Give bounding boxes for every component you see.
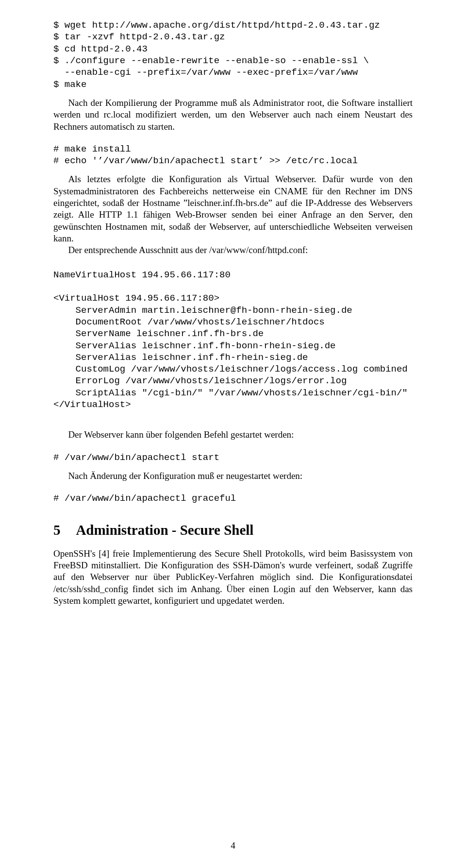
paragraph-openssh: OpenSSH's [4] freie Implementierung des …	[53, 548, 413, 607]
section-number: 5	[53, 521, 76, 539]
code-block-wget: $ wget http://www.apache.org/dist/httpd/…	[53, 19, 413, 90]
page-number: 4	[0, 840, 466, 851]
paragraph-compile: Nach der Kompilierung der Programme muß …	[53, 97, 413, 133]
page: $ wget http://www.apache.org/dist/httpd/…	[0, 0, 466, 868]
code-block-apachectl-graceful: # /var/www/bin/apachectl graceful	[53, 493, 413, 504]
code-block-apachectl-start: # /var/www/bin/apachectl start	[53, 452, 413, 463]
code-block-make-install: # make install # echo '’/var/www/bin/apa…	[53, 143, 413, 167]
paragraph-restart: Nach Änderung der Konfiguration muß er n…	[53, 470, 413, 482]
paragraph-virtualhost-intro: Als letztes erfolgte die Konfiguration a…	[53, 173, 413, 244]
code-block-virtualhost: NameVirtualHost 194.95.66.117:80 <Virtua…	[53, 269, 413, 411]
section-title: Administration - Secure Shell	[76, 522, 253, 538]
section-heading: 5Administration - Secure Shell	[53, 521, 413, 539]
paragraph-httpd-conf: Der entsprechende Ausschnitt aus der /va…	[53, 244, 413, 256]
paragraph-start: Der Webserver kann über folgenden Befehl…	[53, 429, 413, 441]
